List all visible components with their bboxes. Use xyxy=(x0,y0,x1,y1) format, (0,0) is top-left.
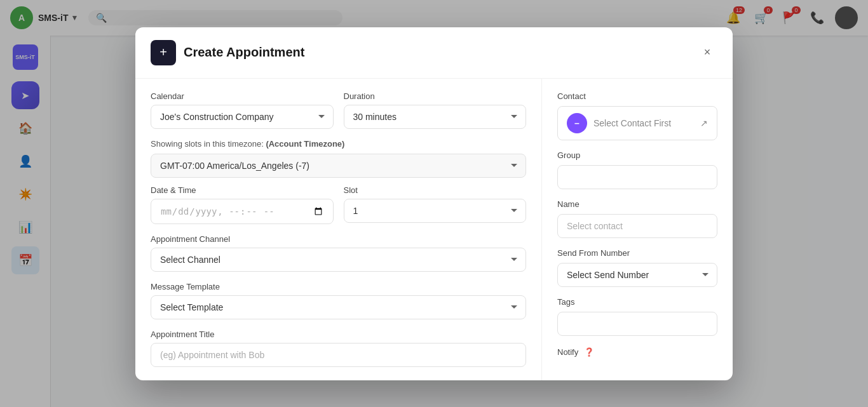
send-from-label: Send From Number xyxy=(557,248,717,258)
duration-group: Duration 30 minutes xyxy=(344,91,527,129)
calendar-group: Calendar Joe's Construction Company xyxy=(151,91,334,129)
group-group: Group xyxy=(557,150,717,189)
group-label: Group xyxy=(557,150,717,160)
contact-selector[interactable]: – Select Contact First ↗ xyxy=(557,106,717,140)
datetime-label: Date & Time xyxy=(151,185,334,195)
channel-label: Appointment Channel xyxy=(151,234,526,244)
template-select[interactable]: Select Template xyxy=(151,295,526,319)
tags-input[interactable] xyxy=(557,312,717,336)
notify-help-icon: ❓ xyxy=(584,347,594,357)
channel-group: Appointment Channel Select Channel xyxy=(151,234,526,272)
appointment-title-label: Appointment Title xyxy=(151,330,526,339)
tags-label: Tags xyxy=(557,297,717,307)
datetime-group: Date & Time xyxy=(151,185,334,224)
contact-avatar-icon: – xyxy=(567,113,587,133)
external-link-icon: ↗ xyxy=(700,118,708,128)
duration-label: Duration xyxy=(344,91,527,101)
slot-select[interactable]: 1 xyxy=(344,199,527,223)
slot-group: Slot 1 xyxy=(344,185,527,224)
calendar-label: Calendar xyxy=(151,91,334,101)
template-group: Message Template Select Template xyxy=(151,282,526,319)
calendar-duration-row: Calendar Joe's Construction Company Dura… xyxy=(151,91,526,129)
appointment-title-input[interactable] xyxy=(151,343,526,367)
plus-icon: + xyxy=(159,45,167,60)
send-from-group: Send From Number Select Send Number xyxy=(557,248,717,287)
modal-left-panel: Calendar Joe's Construction Company Dura… xyxy=(135,79,542,380)
group-input[interactable] xyxy=(557,165,717,189)
timezone-description: Showing slots in this timezone: (Account… xyxy=(151,139,526,149)
notify-group: Notify ❓ xyxy=(557,346,717,357)
contact-minus-icon: – xyxy=(574,118,580,128)
name-group: Name xyxy=(557,199,717,238)
modal-body: Calendar Joe's Construction Company Dura… xyxy=(135,79,733,380)
modal-title: Create Appointment xyxy=(184,45,304,60)
send-from-select[interactable]: Select Send Number xyxy=(557,263,717,287)
name-label: Name xyxy=(557,199,717,209)
name-input[interactable] xyxy=(557,214,717,238)
contact-placeholder-text: Select Contact First xyxy=(593,118,694,128)
modal-right-panel: Contact – Select Contact First ↗ Group N… xyxy=(542,79,733,380)
calendar-select[interactable]: Joe's Construction Company xyxy=(151,105,334,129)
slot-label: Slot xyxy=(344,185,527,195)
template-label: Message Template xyxy=(151,282,526,291)
tags-group: Tags xyxy=(557,297,717,336)
timezone-section: Showing slots in this timezone: (Account… xyxy=(151,139,526,178)
datetime-input[interactable] xyxy=(151,199,334,224)
contact-label: Contact xyxy=(557,91,717,101)
contact-group: Contact – Select Contact First ↗ xyxy=(557,91,717,140)
timezone-select[interactable]: GMT-07:00 America/Los_Angeles (-7) xyxy=(151,154,526,178)
channel-select[interactable]: Select Channel xyxy=(151,248,526,272)
duration-select[interactable]: 30 minutes xyxy=(344,105,527,129)
notify-label: Notify xyxy=(557,347,578,357)
appointment-title-group: Appointment Title xyxy=(151,330,526,367)
modal-header: + Create Appointment × xyxy=(135,27,733,79)
timezone-bold: (Account Timezone) xyxy=(266,139,344,149)
create-appointment-modal: + Create Appointment × Calendar Joe's Co… xyxy=(135,27,733,380)
modal-close-button[interactable]: × xyxy=(697,43,717,63)
modal-header-icon: + xyxy=(151,40,176,65)
datetime-slot-row: Date & Time Slot 1 xyxy=(151,185,526,224)
